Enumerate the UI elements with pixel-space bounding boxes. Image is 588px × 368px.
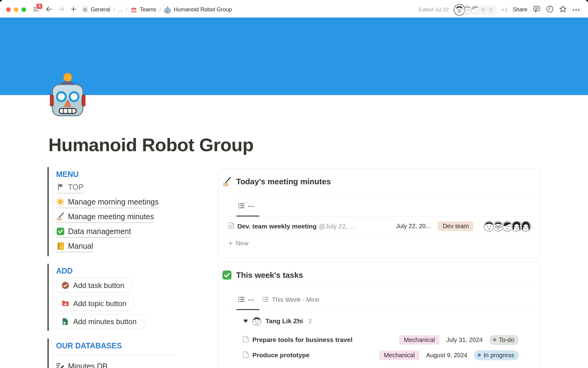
page-icon <box>228 222 234 230</box>
sidebar-item-label: Manage morning meetings <box>68 197 159 206</box>
group-avatar <box>252 317 261 326</box>
task-check-icon <box>62 282 69 289</box>
title-bar: 4 G General <box>0 0 588 17</box>
member-avatars[interactable]: M D <box>454 5 496 15</box>
team-badge: Dev team <box>438 221 473 231</box>
meeting-date-mention: @July 22, ... <box>319 223 355 230</box>
tasks-card: This week's tasks --- This Week - Mine <box>218 262 541 368</box>
sidebar-item-top[interactable]: TOP <box>56 182 84 194</box>
breadcrumb-ellipsis[interactable]: ... <box>118 6 123 13</box>
plus-icon <box>71 6 76 13</box>
view-tab-default[interactable]: --- <box>238 290 254 310</box>
flag-icon <box>56 183 65 191</box>
task-title: Prepare tools for business travel <box>252 336 352 343</box>
forward-button[interactable] <box>57 6 65 14</box>
minutes-card: Today's meeting minutes --- Dev. team we… <box>218 169 541 258</box>
add-minutes-button[interactable]: Add minutes button <box>56 314 144 329</box>
tasks-card-title: This week's tasks <box>236 270 303 280</box>
databases-section: OUR DATABASES Minutes DB <box>47 339 194 368</box>
arrow-right-icon <box>58 6 65 13</box>
status-label: To-do <box>499 336 514 343</box>
more-members-count[interactable]: +1 <box>502 7 507 13</box>
add-section: ADD Add task button Add topic button <box>47 264 194 331</box>
group-count: 2 <box>308 318 312 325</box>
meeting-row[interactable]: Dev. team weekly meeting @July 22, ... J… <box>218 217 540 236</box>
list-view-icon <box>238 203 245 210</box>
star-icon <box>559 5 567 15</box>
sidebar-toggle-button[interactable]: 4 <box>32 6 40 14</box>
minimize-window-button[interactable] <box>14 7 18 12</box>
breadcrumb-page[interactable]: Humanoid Robot Group <box>164 6 232 13</box>
sidebar-item-meeting-minutes[interactable]: Manage meeting minutes <box>56 212 154 223</box>
traffic-lights <box>6 7 26 12</box>
favorite-button[interactable] <box>559 6 567 14</box>
add-topic-button[interactable]: Add topic button <box>56 296 134 311</box>
task-row[interactable]: Prepare tools for business travel Mechan… <box>218 332 540 347</box>
sidebar-item-manual[interactable]: Manual <box>56 241 93 252</box>
status-dot-icon <box>493 338 496 341</box>
add-task-label: Add task button <box>73 281 124 290</box>
status-badge: To-do <box>489 335 519 345</box>
view-tab-default[interactable]: --- <box>238 196 254 216</box>
plus-icon: + <box>228 240 232 247</box>
view-tab-label: --- <box>248 203 254 210</box>
edited-timestamp: Edited Jul 22 <box>419 7 449 13</box>
databases-heading: OUR DATABASES <box>56 341 194 350</box>
new-label: New <box>236 240 248 247</box>
ellipsis-icon <box>572 7 580 13</box>
notification-badge: 4 <box>36 3 43 10</box>
app-window: 4 G General <box>0 0 588 368</box>
breadcrumb-separator: / <box>126 6 127 13</box>
minutes-card-title: Today's meeting minutes <box>236 176 331 187</box>
notebook-icon <box>56 242 65 250</box>
back-button[interactable] <box>45 6 53 14</box>
screen: 4 G General <box>0 0 588 368</box>
sidebar-item-data-management[interactable]: Data management <box>56 227 131 238</box>
share-button[interactable]: Share <box>513 6 527 13</box>
task-title: Produce prototype <box>252 351 310 359</box>
status-dot-icon <box>478 354 481 357</box>
meeting-date-cell: July 22, 20... <box>396 223 431 230</box>
list-view-icon <box>238 297 245 303</box>
breadcrumb-teams[interactable]: Teams <box>130 6 156 13</box>
add-heading: ADD <box>56 266 194 275</box>
clock-icon <box>546 5 554 14</box>
status-badge: In progress <box>474 350 519 360</box>
sidebar-item-morning-meetings[interactable]: Manage morning meetings <box>56 197 159 208</box>
database-edit-icon <box>56 362 65 368</box>
menu-section: MENU TOP Manage morning meetings <box>47 167 194 256</box>
view-tab-this-week-mine[interactable]: This Week - Mine <box>262 290 319 310</box>
teams-people-icon <box>130 6 138 13</box>
group-header-row: Tang Lik Zhi 2 <box>218 310 540 332</box>
sidebar-item-minutes-db[interactable]: Minutes DB <box>56 362 107 368</box>
due-date-cell: July 31, 2024 <box>446 336 483 343</box>
green-check-icon <box>222 270 232 280</box>
category-badge: Mechanical <box>399 335 439 345</box>
task-row[interactable]: Produce prototype Mechanical August 9, 2… <box>218 347 540 363</box>
sidebar-item-label: TOP <box>68 182 84 192</box>
add-minutes-label: Add minutes button <box>73 317 137 326</box>
meeting-title: Dev. team weekly meeting <box>237 223 317 230</box>
history-button[interactable] <box>546 6 554 14</box>
breadcrumb-workspace-label: General <box>91 6 110 13</box>
group-name: Tang Lik Zhi <box>266 317 303 325</box>
breadcrumb-teams-label: Teams <box>140 6 156 13</box>
attendee-avatars <box>481 220 532 232</box>
page-icon <box>243 336 249 344</box>
due-date-cell: August 9, 2024 <box>426 352 467 359</box>
page-icon <box>243 351 249 359</box>
breadcrumb: G General / ... / Teams / Humano <box>82 6 232 13</box>
zoom-window-button[interactable] <box>21 7 26 12</box>
new-tab-button[interactable] <box>70 6 77 14</box>
page-icon-robot[interactable] <box>50 70 85 120</box>
more-options-button[interactable] <box>572 6 580 14</box>
close-window-button[interactable] <box>6 7 11 12</box>
add-task-button[interactable]: Add task button <box>56 278 132 293</box>
comments-button[interactable] <box>533 6 541 14</box>
green-check-icon <box>56 227 65 236</box>
breadcrumb-workspace[interactable]: G General <box>82 6 110 13</box>
comment-icon <box>533 5 541 14</box>
new-meeting-button[interactable]: + New <box>218 236 540 250</box>
collapse-toggle-icon[interactable] <box>243 320 248 323</box>
document-plus-icon <box>62 318 69 325</box>
